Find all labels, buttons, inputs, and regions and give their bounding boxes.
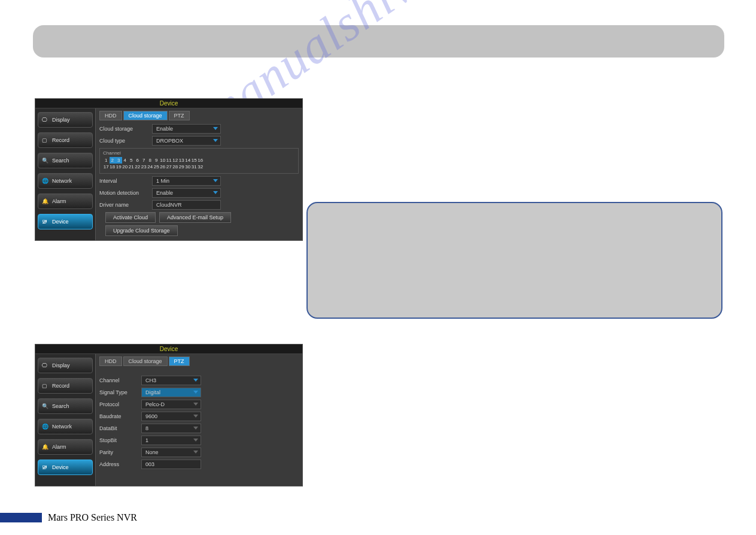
sidebar-item-alarm[interactable]: 🔔Alarm — [38, 194, 93, 209]
channel-cell[interactable]: 20 — [122, 164, 129, 170]
sidebar-item-label: Display — [52, 362, 70, 368]
tab-cloud-storage[interactable]: Cloud storage — [123, 356, 168, 366]
channel-cell[interactable]: 28 — [172, 164, 179, 170]
channel-cell[interactable]: 32 — [198, 164, 204, 170]
channel-cell[interactable]: 29 — [178, 164, 185, 170]
channel-cell[interactable]: 9 — [153, 157, 160, 164]
sidebar-item-display[interactable]: 🖵Display — [38, 112, 93, 128]
channel-cell[interactable]: 10 — [160, 157, 166, 164]
channel-cell[interactable]: 23 — [141, 164, 147, 170]
tab-ptz[interactable]: PTZ — [169, 356, 190, 366]
label-protocol: Protocol — [99, 401, 141, 407]
channel-cell[interactable]: 18 — [110, 164, 116, 170]
tab-hdd[interactable]: HDD — [99, 356, 122, 366]
select-interval[interactable]: 1 Min — [152, 176, 221, 186]
channel-cell[interactable]: 5 — [128, 157, 135, 164]
label-cloud-type: Cloud type — [99, 138, 152, 144]
channel-cell[interactable]: 11 — [166, 157, 172, 164]
tab-ptz[interactable]: PTZ — [169, 111, 190, 120]
chevron-down-icon — [213, 191, 218, 194]
select-stopbit[interactable]: 1 — [141, 436, 201, 445]
camera-icon: ▢ — [42, 383, 49, 389]
channel-cell[interactable]: 25 — [153, 164, 160, 170]
monitor-icon: 🖵 — [42, 362, 49, 368]
channel-cell[interactable]: 22 — [135, 164, 141, 170]
channel-cell[interactable]: 2 — [110, 157, 116, 164]
channel-cell[interactable]: 3 — [116, 157, 122, 164]
channel-cell[interactable]: 17 — [103, 164, 110, 170]
label-baudrate: Baudrate — [99, 413, 141, 419]
channel-box: Channel 12345678910111213141516171819202… — [99, 148, 299, 174]
input-address[interactable]: 003 — [141, 460, 201, 469]
sidebar-item-search[interactable]: 🔍Search — [38, 153, 93, 168]
channel-cell[interactable]: 21 — [128, 164, 135, 170]
label-parity: Parity — [99, 449, 141, 455]
channel-cell[interactable]: 26 — [160, 164, 166, 170]
sidebar-item-network[interactable]: 🌐Network — [38, 173, 93, 189]
channel-cell[interactable]: 30 — [185, 164, 192, 170]
channel-cell[interactable]: 1 — [103, 157, 110, 164]
sidebar-item-label: Search — [52, 158, 69, 164]
channel-cell[interactable]: 14 — [185, 157, 192, 164]
sidebar-item-label: Alarm — [52, 444, 66, 450]
label-signal-type: Signal Type — [99, 389, 141, 395]
sidebar-item-label: Network — [52, 178, 72, 184]
channel-grid[interactable]: 1234567891011121314151617181920212223242… — [103, 157, 295, 170]
tab-cloud-storage[interactable]: Cloud storage — [123, 111, 168, 120]
chevron-down-icon — [193, 451, 198, 454]
channel-cell[interactable]: 13 — [178, 157, 185, 164]
channel-cell[interactable]: 31 — [191, 164, 198, 170]
channel-cell[interactable]: 8 — [147, 157, 154, 164]
channel-cell[interactable]: 6 — [135, 157, 141, 164]
channel-cell[interactable]: 19 — [116, 164, 122, 170]
channel-cell[interactable]: 27 — [166, 164, 172, 170]
upgrade-cloud-button[interactable]: Upgrade Cloud Storage — [105, 225, 178, 236]
sidebar-item-network[interactable]: 🌐Network — [38, 419, 93, 434]
select-baudrate[interactable]: 9600 — [141, 412, 201, 421]
sidebar-item-device[interactable]: 🖳Device — [38, 214, 93, 229]
footer-bar — [0, 513, 42, 522]
sidebar-item-label: Device — [52, 219, 69, 225]
sidebar-item-record[interactable]: ▢Record — [38, 132, 93, 148]
sidebar-item-device[interactable]: 🖳Device — [38, 460, 93, 475]
select-protocol[interactable]: Pelco-D — [141, 400, 201, 409]
select-parity[interactable]: None — [141, 448, 201, 457]
sidebar-item-display[interactable]: 🖵Display — [38, 358, 93, 373]
label-address: Address — [99, 461, 141, 467]
sidebar-item-record[interactable]: ▢Record — [38, 378, 93, 394]
label-stopbit: StopBit — [99, 437, 141, 443]
select-databit[interactable]: 8 — [141, 424, 201, 433]
monitor-icon: 🖵 — [42, 117, 49, 123]
advanced-email-button[interactable]: Advanced E-mail Setup — [159, 212, 231, 223]
channel-cell[interactable]: 24 — [147, 164, 154, 170]
chevron-down-icon — [213, 179, 218, 182]
activate-cloud-button[interactable]: Activate Cloud — [105, 212, 156, 223]
select-signal-type[interactable]: Digital — [141, 388, 201, 397]
tab-hdd[interactable]: HDD — [99, 111, 122, 120]
select-cloud-storage[interactable]: Enable — [152, 124, 221, 134]
channel-cell[interactable]: 7 — [141, 157, 147, 164]
device-icon: 🖳 — [42, 464, 49, 470]
sidebar-item-label: Record — [52, 383, 69, 389]
sidebar-item-label: Record — [52, 137, 69, 143]
channel-cell[interactable]: 12 — [172, 157, 179, 164]
select-channel[interactable]: CH3 — [141, 376, 201, 385]
select-motion[interactable]: Enable — [152, 188, 221, 198]
chevron-down-icon — [193, 427, 198, 430]
label-motion: Motion detection — [99, 190, 152, 196]
sidebar-item-alarm[interactable]: 🔔Alarm — [38, 439, 93, 455]
channel-cell[interactable]: 15 — [191, 157, 198, 164]
tabs: HDD Cloud storage PTZ — [99, 111, 299, 120]
sidebar: 🖵Display ▢Record 🔍Search 🌐Network 🔔Alarm… — [35, 108, 95, 240]
channel-cell[interactable]: 4 — [122, 157, 129, 164]
label-databit: DataBit — [99, 425, 141, 431]
chevron-down-icon — [193, 391, 198, 394]
channel-cell[interactable]: 16 — [198, 157, 204, 164]
sidebar-item-search[interactable]: 🔍Search — [38, 398, 93, 414]
input-driver-name[interactable]: CloudNVR — [152, 200, 221, 210]
sidebar: 🖵Display ▢Record 🔍Search 🌐Network 🔔Alarm… — [35, 354, 95, 486]
label-channel: Channel — [103, 150, 121, 156]
panel-title: Device — [35, 344, 302, 354]
chevron-down-icon — [193, 415, 198, 418]
select-cloud-type[interactable]: DROPBOX — [152, 136, 221, 146]
